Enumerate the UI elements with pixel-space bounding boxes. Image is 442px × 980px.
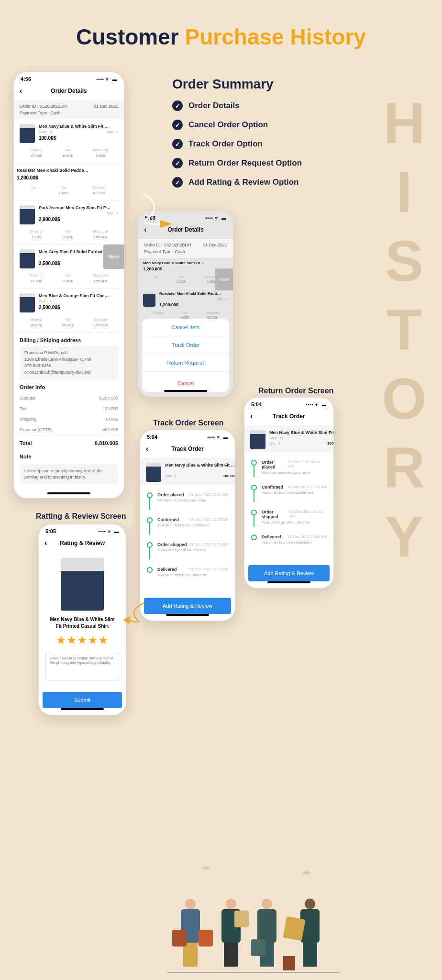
info-row: Subtotal9,200.00$ xyxy=(14,393,124,403)
product-image xyxy=(20,124,35,143)
track-order-button[interactable]: Track Order xyxy=(142,336,229,354)
cost-row: Shiping1.00$ Tax2.00$ Discount145.00$ xyxy=(14,227,124,245)
order-item[interactable]: Roadster Men Khaki Solid Padded Ja.. 1,2… xyxy=(14,163,124,183)
summary-item: ✓Cancel Order Option xyxy=(172,120,302,130)
order-item[interactable]: Roadster Men Khaki Solid Padded Ja.. Qty… xyxy=(138,289,233,309)
app-header: ‹Rating & Review xyxy=(39,536,126,552)
check-icon: ✓ xyxy=(172,139,183,149)
app-header: ‹Track Order xyxy=(244,409,333,425)
cancel-item-button[interactable]: Cancel Item xyxy=(142,319,229,336)
action-sheet-phone: 5:03 ‹Order Details Order ID : 55ZO262BD… xyxy=(138,211,233,397)
track-step: Delivered01 Dec 2021 11:33 AM You order … xyxy=(140,563,235,581)
product-image xyxy=(146,463,161,482)
order-meta: Order ID : 55ZO262BDH01 Dec 2021 Payment… xyxy=(14,100,124,119)
app-header: ‹Order Details xyxy=(14,84,124,100)
return-request-button[interactable]: Return Request xyxy=(142,354,229,372)
check-icon: ✓ xyxy=(172,120,183,130)
action-sheet: Cancel Item Track Order Return Request C… xyxy=(142,319,229,392)
order-summary: Order Summary ✓Order Details ✓Cancel Ord… xyxy=(172,77,302,196)
orderinfo-label: Order Info xyxy=(14,379,124,393)
add-rating-button[interactable]: Add Rating & Review xyxy=(144,598,231,614)
bg-text: HISTORY xyxy=(371,91,437,573)
status-icons-icon xyxy=(96,76,117,82)
track-step: Confirmed01 Dec 2021 11:32 AM You order … xyxy=(244,481,333,506)
address-box: Francisca P McDonald 2368 Ethels Lane Ar… xyxy=(20,346,118,379)
page-title: Customer Purchase History xyxy=(0,0,442,64)
product-image xyxy=(250,430,265,449)
product-image xyxy=(143,291,155,307)
summary-title: Order Summary xyxy=(172,77,302,92)
status-bar: 5:05 xyxy=(39,524,126,536)
cost-row: Shiping10.00$ Tax25.00$ Discount125.00$ xyxy=(14,315,124,333)
track-step: Delivered01 Dec 2021 11:34 AM You order … xyxy=(244,531,333,548)
more-button[interactable]: More xyxy=(103,245,124,269)
arrow-swirl xyxy=(123,601,147,629)
submit-button[interactable]: Submit xyxy=(43,692,122,708)
track-step: Order placed01 Dec 2021 05:11 AM We have… xyxy=(244,456,333,481)
info-row: Discount (GET5)-460.00$ xyxy=(14,424,124,435)
track-step: Confirmed01 Dec 2021 11:33 AM You order … xyxy=(140,513,235,538)
summary-item: ✓Add Rating & Review Option xyxy=(172,177,302,188)
product-image xyxy=(20,249,35,268)
order-item[interactable]: Park Avenue Men Grey Slim Fit Printe.. -… xyxy=(14,200,124,227)
step-dot-icon xyxy=(147,492,153,498)
status-icons-icon xyxy=(207,434,228,440)
star-rating[interactable]: ★★★★★ xyxy=(39,634,126,647)
star-icon: ★ xyxy=(66,634,77,646)
status-icons-icon xyxy=(205,215,226,221)
return-screen-label: Return Order Screen xyxy=(258,387,333,395)
check-icon: ✓ xyxy=(172,100,183,111)
home-indicator xyxy=(267,581,310,583)
home-indicator xyxy=(47,492,90,494)
star-icon: ★ xyxy=(77,634,88,646)
product-row: Men Navy Blue & White Slim Fit Printe.. … xyxy=(140,458,235,485)
note-box: Lorem Ipsum is simply dummy text of the … xyxy=(20,464,118,484)
total-row: Total8,810.00$ xyxy=(14,435,124,449)
info-row: Shipping40.00$ xyxy=(14,414,124,424)
rating-screen-label: Ratting & Review Screen xyxy=(36,512,126,521)
order-meta: Order ID : 55ZO262BDH01 Dec 2021 Payment… xyxy=(138,239,233,258)
status-icons-icon xyxy=(306,401,327,407)
product-row: Men Navy Blue & White Slim Fit Printe.. … xyxy=(244,425,333,452)
track-screen-label: Track Order Screen xyxy=(153,419,224,427)
shopping-illustration: ☁ ☁ xyxy=(172,860,335,970)
arrow-swirl xyxy=(124,191,182,234)
cost-row: ng Tax1.00$ Discount60.00$ xyxy=(14,183,124,200)
status-bar: 5:04 xyxy=(244,398,333,409)
svg-marker-0 xyxy=(160,220,172,228)
status-icons-icon xyxy=(98,528,119,534)
step-dot-icon xyxy=(251,535,257,540)
cost-row: Shiping10.00$ Tax2.00$ Discount125.00$ xyxy=(14,271,124,289)
rating-review-phone: 5:05 ‹Rating & Review Men Navy Blue & Wh… xyxy=(38,524,126,715)
summary-item: ✓Track Order Option xyxy=(172,139,302,149)
product-name: Men Navy Blue & White Slim Fit Printed C… xyxy=(39,616,126,630)
track-order-phone: 5:04 ‹Track Order Men Navy Blue & White … xyxy=(140,430,235,621)
order-item[interactable]: Men Blue & Orange Slim Fit Checked.. Siz… xyxy=(14,289,124,315)
product-image xyxy=(61,558,104,611)
step-dot-icon xyxy=(251,485,257,490)
add-rating-button[interactable]: Add Rating & Review xyxy=(248,565,330,581)
cancel-button[interactable]: Cancel xyxy=(142,375,229,392)
track-step: Order shipped01 Dec 2021 11:33 AM Your p… xyxy=(140,538,235,563)
home-indicator xyxy=(164,390,207,392)
summary-item: ✓Order Details xyxy=(172,100,302,111)
note-label: Note xyxy=(14,449,124,462)
home-indicator xyxy=(61,708,104,710)
star-icon: ★ xyxy=(56,634,66,646)
order-item[interactable]: Men Navy Blue & White Slim Fit Printe.. … xyxy=(14,119,124,146)
track-step: Order placed01 Dec 2021 25:11 AM We have… xyxy=(140,489,235,513)
more-button[interactable]: More xyxy=(215,268,233,290)
review-input[interactable]: Lorem Ipsum is simply dummy text of the … xyxy=(45,652,119,680)
step-dot-icon xyxy=(251,510,257,515)
status-bar: 5:04 xyxy=(140,430,235,442)
track-step: Order shipped01 Dec 2021 11:33 AM Your p… xyxy=(244,506,333,531)
svg-marker-1 xyxy=(123,616,130,624)
billing-label: Billing / Shiping address xyxy=(14,333,124,346)
star-icon: ★ xyxy=(88,634,98,646)
step-dot-icon xyxy=(147,542,153,548)
status-bar: 4:56 xyxy=(14,72,124,84)
step-dot-icon xyxy=(147,567,153,573)
app-header: ‹Track Order xyxy=(140,442,235,458)
star-icon: ★ xyxy=(98,634,109,646)
home-indicator xyxy=(166,614,209,616)
